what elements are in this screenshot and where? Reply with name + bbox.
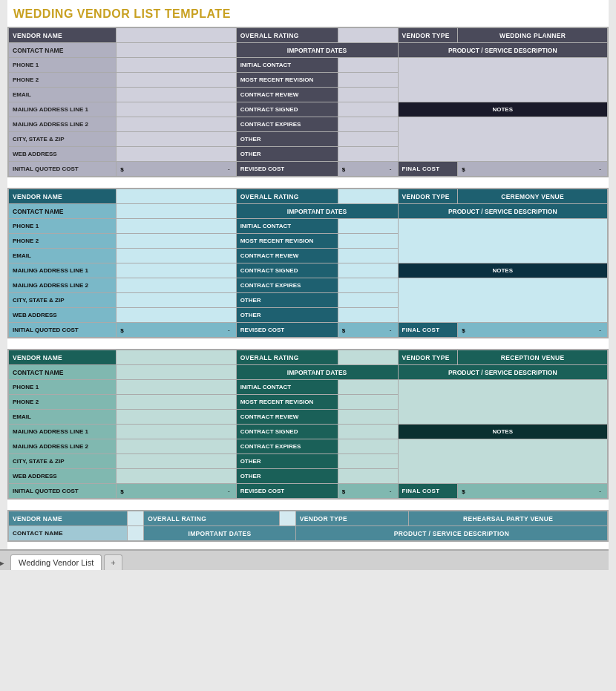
date-value-2-3[interactable] [338, 263, 398, 278]
vendor-type-label-1: VENDOR TYPE [398, 28, 458, 43]
final-cost-value-2[interactable]: $- [458, 323, 608, 338]
date-value-1-6[interactable] [338, 147, 398, 162]
row-value-3-4[interactable] [117, 439, 236, 454]
tab-bar: ▶Wedding Vendor List+ [0, 549, 609, 570]
contact-name-value-3[interactable] [117, 365, 236, 380]
vendor-name-value-4[interactable] [127, 511, 143, 526]
date-value-1-4[interactable] [338, 117, 398, 132]
important-dates-header-1: IMPORTANT DATES [236, 43, 398, 58]
overall-rating-label-4: OVERALL RATING [144, 511, 279, 526]
date-value-1-0[interactable] [338, 58, 398, 73]
date-value-2-0[interactable] [338, 219, 398, 234]
cost-row-2: INITIAL QUOTED COST$-REVISED COST$-FINAL… [9, 323, 608, 338]
vendor-name-value-3[interactable] [117, 350, 236, 365]
tab-nav-arrow[interactable]: ▶ [0, 555, 7, 570]
vendor-name-label-3: VENDOR NAME [9, 350, 117, 365]
header-row-3: VENDOR NAMEOVERALL RATINGVENDOR TYPERECE… [9, 350, 608, 365]
date-value-2-5[interactable] [338, 293, 398, 308]
overall-rating-value-4[interactable] [279, 511, 295, 526]
revised-cost-value-2[interactable]: $- [338, 323, 398, 338]
overall-rating-label-2: OVERALL RATING [236, 189, 338, 204]
row-label-2-5: CITY, STATE & ZIP [9, 293, 117, 308]
init-cost-label-3: INITIAL QUOTED COST [9, 484, 117, 499]
row-value-3-1[interactable] [117, 395, 236, 410]
overall-rating-value-3[interactable] [338, 350, 398, 365]
init-cost-value-2[interactable]: $- [117, 323, 236, 338]
product-desc-value-1[interactable] [398, 58, 607, 102]
row-value-1-5[interactable] [117, 132, 236, 147]
row-label-1-5: CITY, STATE & ZIP [9, 132, 117, 147]
row-value-2-3[interactable] [117, 263, 236, 278]
notes-value-1[interactable] [398, 117, 607, 162]
notes-value-2[interactable] [398, 278, 607, 323]
data-row-3-4: MAILING ADDRESS LINE 2CONTRACT EXPIRES [9, 439, 608, 454]
date-value-3-2[interactable] [338, 410, 398, 425]
add-tab-button[interactable]: + [104, 554, 122, 570]
product-service-header-3: PRODUCT / SERVICE DESCRIPTION [398, 365, 607, 380]
data-row-2-4: MAILING ADDRESS LINE 2CONTRACT EXPIRES [9, 278, 608, 293]
row-value-2-0[interactable] [117, 219, 236, 234]
date-value-3-0[interactable] [338, 380, 398, 395]
date-value-3-1[interactable] [338, 395, 398, 410]
date-label-1-0: INITIAL CONTACT [236, 58, 338, 73]
row-value-1-4[interactable] [117, 117, 236, 132]
contact-name-value-4[interactable] [127, 526, 143, 541]
contact-row-2: CONTACT NAMEIMPORTANT DATESPRODUCT / SER… [9, 204, 608, 219]
revised-cost-value-3[interactable]: $- [338, 484, 398, 499]
final-cost-value-3[interactable]: $- [458, 484, 608, 499]
date-label-3-1: MOST RECENT REVISION [236, 395, 338, 410]
notes-value-3[interactable] [398, 439, 607, 484]
row-value-3-2[interactable] [117, 410, 236, 425]
row-value-2-6[interactable] [117, 308, 236, 323]
date-value-3-3[interactable] [338, 425, 398, 439]
date-value-1-3[interactable] [338, 102, 398, 117]
date-label-1-3: CONTRACT SIGNED [236, 102, 338, 117]
row-value-2-2[interactable] [117, 249, 236, 263]
contact-name-value-1[interactable] [117, 43, 236, 58]
data-row-2-3: MAILING ADDRESS LINE 1CONTRACT SIGNEDNOT… [9, 263, 608, 278]
contact-name-value-2[interactable] [117, 204, 236, 219]
row-label-3-0: PHONE 1 [9, 380, 117, 395]
notes-header-1: NOTES [398, 102, 607, 117]
data-row-2-0: PHONE 1INITIAL CONTACT [9, 219, 608, 234]
row-value-2-1[interactable] [117, 234, 236, 249]
date-value-2-6[interactable] [338, 308, 398, 323]
date-value-1-5[interactable] [338, 132, 398, 147]
date-value-3-4[interactable] [338, 439, 398, 454]
row-value-1-6[interactable] [117, 147, 236, 162]
date-value-2-4[interactable] [338, 278, 398, 293]
row-value-2-5[interactable] [117, 293, 236, 308]
vendor-name-label-4: VENDOR NAME [9, 511, 128, 526]
vendor-name-value-2[interactable] [117, 189, 236, 204]
vendor-type-label-4: VENDOR TYPE [295, 511, 408, 526]
init-cost-value-3[interactable]: $- [117, 484, 236, 499]
row-value-1-3[interactable] [117, 102, 236, 117]
row-value-1-1[interactable] [117, 73, 236, 88]
row-value-3-0[interactable] [117, 380, 236, 395]
row-value-3-3[interactable] [117, 425, 236, 439]
row-value-1-2[interactable] [117, 88, 236, 102]
row-label-2-0: PHONE 1 [9, 219, 117, 234]
revised-cost-value-1[interactable]: $- [338, 162, 398, 177]
vendor-name-value-1[interactable] [117, 28, 236, 43]
date-value-1-2[interactable] [338, 88, 398, 102]
date-value-3-5[interactable] [338, 454, 398, 469]
product-desc-value-2[interactable] [398, 219, 607, 263]
date-value-2-2[interactable] [338, 249, 398, 263]
row-label-3-5: CITY, STATE & ZIP [9, 454, 117, 469]
date-label-1-1: MOST RECENT REVISION [236, 73, 338, 88]
final-cost-value-1[interactable]: $- [458, 162, 608, 177]
overall-rating-value-2[interactable] [338, 189, 398, 204]
date-value-1-1[interactable] [338, 73, 398, 88]
row-value-3-6[interactable] [117, 469, 236, 484]
date-value-3-6[interactable] [338, 469, 398, 484]
product-desc-value-3[interactable] [398, 380, 607, 425]
date-value-2-1[interactable] [338, 234, 398, 249]
row-value-3-5[interactable] [117, 454, 236, 469]
overall-rating-value-1[interactable] [338, 28, 398, 43]
row-value-2-4[interactable] [117, 278, 236, 293]
init-cost-value-1[interactable]: $- [117, 162, 236, 177]
row-value-1-0[interactable] [117, 58, 236, 73]
sheet-tab[interactable]: Wedding Vendor List [10, 554, 102, 570]
vendor-type-label-3: VENDOR TYPE [398, 350, 458, 365]
